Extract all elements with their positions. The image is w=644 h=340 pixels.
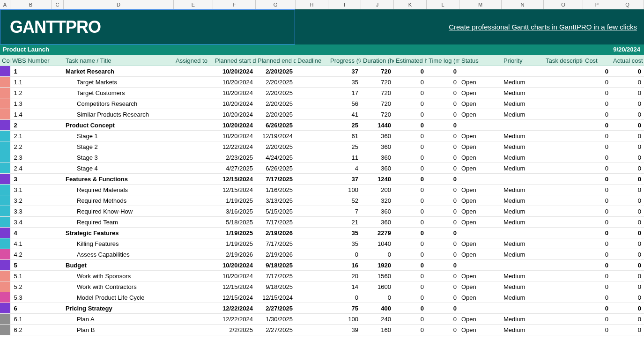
cell-pend[interactable]: 2/19/2026 [256, 228, 296, 238]
cell-pstart[interactable]: 10/20/2024 [213, 120, 256, 131]
cell-pstart[interactable]: 12/15/2024 [213, 185, 256, 195]
cell-assigned[interactable] [174, 271, 213, 281]
cell-deadline[interactable] [296, 163, 328, 174]
cell-assigned[interactable] [174, 195, 213, 206]
cell-pstart[interactable]: 12/22/2024 [213, 314, 256, 325]
cell-est[interactable]: 0 [394, 292, 427, 303]
cell-task[interactable]: Budget [64, 260, 174, 271]
cell-blank[interactable] [52, 88, 64, 98]
table-row[interactable]: 5.3Model Product Life Cycle12/15/202412/… [0, 292, 644, 303]
cell-status[interactable]: Open [459, 185, 502, 195]
cell-task[interactable]: Target Markets [64, 77, 174, 88]
cell-task[interactable]: Plan A [64, 314, 174, 325]
cell-progress[interactable]: 16 [328, 260, 361, 271]
col-timelog[interactable]: Time log (minutes) [427, 55, 459, 66]
cell-pstart[interactable]: 10/20/2024 [213, 66, 256, 77]
cell-cost[interactable]: 0 [583, 98, 611, 109]
cell-progress[interactable]: 0 [328, 292, 361, 303]
cell-wbs[interactable]: 3.3 [10, 206, 52, 217]
cell-assigned[interactable] [174, 88, 213, 98]
cell-progress[interactable]: 35 [328, 228, 361, 238]
cell-tlog[interactable]: 0 [427, 66, 459, 77]
cell-actual[interactable]: 0 [611, 77, 644, 88]
cell-priority[interactable]: Medium [502, 195, 544, 206]
cell-actual[interactable]: 0 [611, 174, 644, 185]
table-row[interactable]: 3.2Required Methods1/19/20253/13/2025523… [0, 195, 644, 206]
cell-progress[interactable]: 7 [328, 206, 361, 217]
cell-wbs[interactable]: 3.2 [10, 195, 52, 206]
cell-blank[interactable] [52, 120, 64, 131]
cell-wbs[interactable]: 1.3 [10, 98, 52, 109]
cell-duration[interactable]: 320 [361, 195, 394, 206]
cell-wbs[interactable]: 5.2 [10, 281, 52, 292]
table-row[interactable]: 1.3Competitors Research10/20/20242/20/20… [0, 98, 644, 109]
cell-pend[interactable]: 1/30/2025 [256, 314, 296, 325]
cell-deadline[interactable] [296, 77, 328, 88]
cell-est[interactable]: 0 [394, 217, 427, 228]
cell-tlog[interactable]: 0 [427, 238, 459, 249]
cell-duration[interactable]: 400 [361, 303, 394, 314]
cell-actual[interactable]: 0 [611, 238, 644, 249]
cell-tlog[interactable]: 0 [427, 217, 459, 228]
cell-priority[interactable]: Medium [502, 109, 544, 120]
column-letter[interactable]: K [394, 0, 427, 9]
cell-deadline[interactable] [296, 303, 328, 314]
cell-pend[interactable]: 7/17/2025 [256, 271, 296, 281]
cell-pstart[interactable]: 2/2/2025 [213, 325, 256, 335]
cell-est[interactable]: 0 [394, 98, 427, 109]
column-letter[interactable]: D [64, 0, 174, 9]
cell-deadline[interactable] [296, 66, 328, 77]
table-row[interactable]: 2.4Stage 44/27/20256/26/2025436000OpenMe… [0, 163, 644, 174]
table-row[interactable]: 4Strategic Features1/19/20252/19/2026352… [0, 228, 644, 238]
cell-cost[interactable]: 0 [583, 217, 611, 228]
cell-wbs[interactable]: 5 [10, 260, 52, 271]
cell-status[interactable]: Open [459, 109, 502, 120]
cell-actual[interactable]: 0 [611, 206, 644, 217]
col-progress[interactable]: Progress (%) [328, 55, 361, 66]
cell-actual[interactable]: 0 [611, 260, 644, 271]
cell-wbs[interactable]: 2 [10, 120, 52, 131]
cell-wbs[interactable]: 4.2 [10, 249, 52, 260]
cell-duration[interactable]: 360 [361, 163, 394, 174]
cell-wbs[interactable]: 4 [10, 228, 52, 238]
cell-wbs[interactable]: 3 [10, 174, 52, 185]
cell-blank[interactable] [52, 163, 64, 174]
cell-blank[interactable] [52, 228, 64, 238]
cell-status[interactable]: Open [459, 195, 502, 206]
cell-status[interactable] [459, 120, 502, 131]
cell-desc[interactable] [544, 260, 583, 271]
cell-status[interactable] [459, 228, 502, 238]
cell-status[interactable]: Open [459, 98, 502, 109]
cell-pstart[interactable]: 12/15/2024 [213, 292, 256, 303]
cell-actual[interactable]: 0 [611, 217, 644, 228]
cell-blank[interactable] [52, 109, 64, 120]
cell-deadline[interactable] [296, 141, 328, 152]
cell-wbs[interactable]: 5.3 [10, 292, 52, 303]
cell-desc[interactable] [544, 281, 583, 292]
cell-desc[interactable] [544, 228, 583, 238]
cell-cost[interactable]: 0 [583, 77, 611, 88]
cell-tlog[interactable]: 0 [427, 77, 459, 88]
cell-blank[interactable] [52, 141, 64, 152]
cell-actual[interactable]: 0 [611, 131, 644, 141]
table-row[interactable]: 1.2Target Customers10/20/20242/20/202517… [0, 88, 644, 98]
cell-task[interactable]: Similar Products Research [64, 109, 174, 120]
cell-task[interactable]: Stage 2 [64, 141, 174, 152]
table-row[interactable]: 6.2Plan B2/2/20252/27/20253916000OpenMed… [0, 325, 644, 335]
cell-pstart[interactable]: 5/18/2025 [213, 217, 256, 228]
cell-blank[interactable] [52, 281, 64, 292]
cell-blank[interactable] [52, 292, 64, 303]
column-letter[interactable]: O [544, 0, 583, 9]
cell-est[interactable]: 0 [394, 325, 427, 335]
cell-status[interactable] [459, 260, 502, 271]
cell-blank[interactable] [52, 271, 64, 281]
cell-duration[interactable]: 0 [361, 249, 394, 260]
cell-desc[interactable] [544, 217, 583, 228]
cell-cost[interactable]: 0 [583, 325, 611, 335]
cell-pstart[interactable]: 12/15/2024 [213, 281, 256, 292]
cell-pstart[interactable]: 10/20/2024 [213, 131, 256, 141]
cell-assigned[interactable] [174, 109, 213, 120]
cell-desc[interactable] [544, 325, 583, 335]
cell-wbs[interactable]: 5.1 [10, 271, 52, 281]
col-pstart[interactable]: Planned start date [213, 55, 256, 66]
